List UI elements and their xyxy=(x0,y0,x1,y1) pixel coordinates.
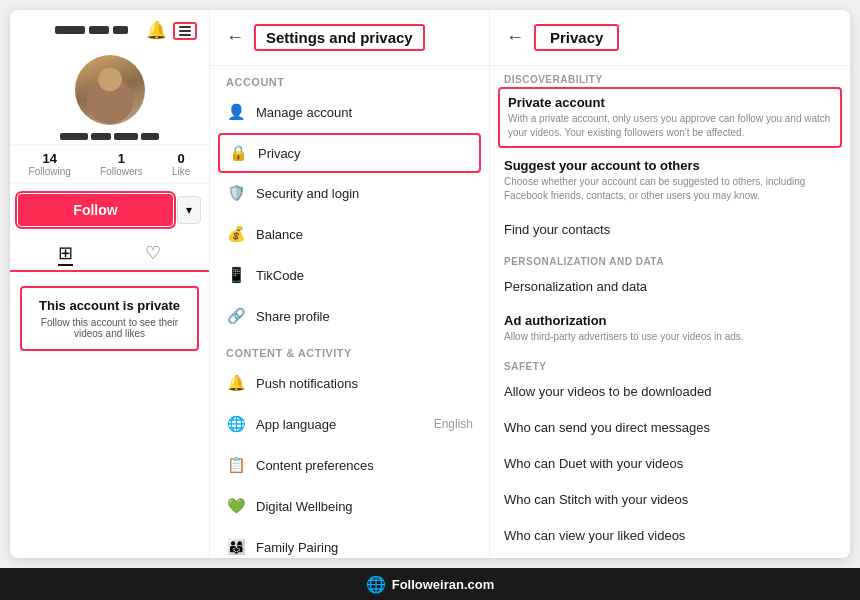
username-bar xyxy=(45,26,138,34)
username-block-1 xyxy=(55,26,85,34)
suggest-account-item[interactable]: Suggest your account to others Choose wh… xyxy=(490,150,850,212)
name-block-2 xyxy=(91,133,111,140)
stitch-videos-item[interactable]: Who can Stitch with your videos xyxy=(490,482,850,518)
content-section-label: CONTENT & ACTIVITY xyxy=(210,337,489,363)
suggest-account-title: Suggest your account to others xyxy=(504,158,836,173)
balance-item[interactable]: 💰 Balance xyxy=(210,214,489,255)
family-pairing-icon: 👨‍👩‍👧 xyxy=(226,538,246,556)
privacy-back-button[interactable]: ← xyxy=(506,27,524,48)
content-prefs-label: Content preferences xyxy=(256,458,473,473)
push-notifications-item[interactable]: 🔔 Push notifications xyxy=(210,363,489,404)
duet-videos-item[interactable]: Who can Duet with your videos xyxy=(490,446,850,482)
share-profile-label: Share profile xyxy=(256,309,473,324)
privacy-panel: ← Privacy DISCOVERABILITY Private accoun… xyxy=(490,10,850,558)
tikcode-icon: 📱 xyxy=(226,266,246,284)
privacy-header: ← Privacy xyxy=(490,10,850,66)
digital-wellbeing-item[interactable]: 💚 Digital Wellbeing xyxy=(210,486,489,527)
footer-globe-icon: 🌐 xyxy=(366,575,386,594)
settings-title: Settings and privacy xyxy=(254,24,425,51)
share-profile-item[interactable]: 🔗 Share profile xyxy=(210,296,489,337)
suggest-account-desc: Choose whether your account can be sugge… xyxy=(504,175,836,203)
direct-messages-item[interactable]: Who can send you direct messages xyxy=(490,410,850,446)
followers-count: 1 xyxy=(118,151,125,166)
footer-text: Followeiran.com xyxy=(392,577,495,592)
personalization-item[interactable]: Personalization and data xyxy=(490,269,850,305)
following-label: Following xyxy=(29,166,71,177)
tikcode-item[interactable]: 📱 TikCode xyxy=(210,255,489,296)
balance-label: Balance xyxy=(256,227,473,242)
safety-label: SAFETY xyxy=(490,353,850,374)
username-block-2 xyxy=(89,26,109,34)
private-account-item[interactable]: Private account With a private account, … xyxy=(498,87,842,148)
private-notice-title: This account is private xyxy=(34,298,185,313)
stats-row: 14 Following 1 Followers 0 Like xyxy=(10,144,209,184)
share-profile-icon: 🔗 xyxy=(226,307,246,325)
profile-tabs: ⊞ ♡ xyxy=(10,238,209,272)
content-prefs-item[interactable]: 📋 Content preferences xyxy=(210,445,489,486)
privacy-icon: 🔒 xyxy=(228,144,248,162)
tikcode-label: TikCode xyxy=(256,268,473,283)
private-notice-subtitle: Follow this account to see their videos … xyxy=(34,317,185,339)
balance-icon: 💰 xyxy=(226,225,246,243)
avatar-image xyxy=(75,55,145,125)
content-prefs-icon: 📋 xyxy=(226,456,246,474)
settings-header: ← Settings and privacy xyxy=(210,10,489,66)
settings-back-button[interactable]: ← xyxy=(226,27,244,48)
download-videos-item[interactable]: Allow your videos to be downloaded xyxy=(490,374,850,410)
settings-panel: ← Settings and privacy ACCOUNT 👤 Manage … xyxy=(210,10,490,558)
ad-title: Ad authorization xyxy=(504,313,836,328)
username-block-3 xyxy=(113,26,128,34)
following-stat: 14 Following xyxy=(29,151,71,177)
profile-panel: 🔔 14 Following xyxy=(10,10,210,558)
discoverability-label: DISCOVERABILITY xyxy=(490,66,850,87)
ad-authorization-item[interactable]: Ad authorization Allow third-party adver… xyxy=(490,305,850,353)
following-count: 14 xyxy=(42,151,56,166)
privacy-title: Privacy xyxy=(534,24,619,51)
security-label: Security and login xyxy=(256,186,473,201)
followers-stat: 1 Followers xyxy=(100,151,143,177)
ad-desc: Allow third-party advertisers to use you… xyxy=(504,330,836,344)
app-language-label: App language xyxy=(256,417,424,432)
push-notifications-label: Push notifications xyxy=(256,376,473,391)
account-section-label: ACCOUNT xyxy=(210,66,489,92)
likes-stat: 0 Like xyxy=(172,151,190,177)
notification-icon[interactable]: 🔔 xyxy=(146,20,167,41)
app-language-value: English xyxy=(434,417,473,431)
avatar xyxy=(75,55,145,125)
more-options-icon[interactable] xyxy=(173,22,197,40)
profile-header: 🔔 xyxy=(10,10,209,51)
privacy-item[interactable]: 🔒 Privacy xyxy=(218,133,481,173)
name-block-3 xyxy=(114,133,138,140)
name-block-4 xyxy=(141,133,159,140)
app-language-item[interactable]: 🌐 App language English xyxy=(210,404,489,445)
likes-label: Like xyxy=(172,166,190,177)
videos-tab-icon[interactable]: ⊞ xyxy=(58,242,73,266)
private-account-notice: This account is private Follow this acco… xyxy=(20,286,199,351)
family-pairing-item[interactable]: 👨‍👩‍👧 Family Pairing xyxy=(210,527,489,558)
personalization-label: PERSONALIZATION AND DATA xyxy=(490,248,850,269)
app-language-icon: 🌐 xyxy=(226,415,246,433)
private-account-desc: With a private account, only users you a… xyxy=(508,112,832,140)
digital-wellbeing-label: Digital Wellbeing xyxy=(256,499,473,514)
display-name xyxy=(52,133,167,140)
security-icon: 🛡️ xyxy=(226,184,246,202)
likes-count: 0 xyxy=(178,151,185,166)
liked-videos-item[interactable]: Who can view your liked videos xyxy=(490,518,850,554)
manage-account-label: Manage account xyxy=(256,105,473,120)
privacy-label: Privacy xyxy=(258,146,471,161)
push-notifications-icon: 🔔 xyxy=(226,374,246,392)
liked-tab-icon[interactable]: ♡ xyxy=(145,242,161,266)
security-item[interactable]: 🛡️ Security and login xyxy=(210,173,489,214)
private-account-title: Private account xyxy=(508,95,832,110)
header-icons: 🔔 xyxy=(146,20,197,41)
followers-label: Followers xyxy=(100,166,143,177)
digital-wellbeing-icon: 💚 xyxy=(226,497,246,515)
follow-dropdown-button[interactable]: ▾ xyxy=(177,196,201,224)
find-contacts-item[interactable]: Find your contacts xyxy=(490,212,850,248)
family-pairing-label: Family Pairing xyxy=(256,540,473,555)
name-block-1 xyxy=(60,133,88,140)
footer: 🌐 Followeiran.com xyxy=(0,568,860,600)
follow-button[interactable]: Follow xyxy=(18,194,173,226)
manage-account-item[interactable]: 👤 Manage account xyxy=(210,92,489,133)
follow-row: Follow ▾ xyxy=(10,194,209,226)
